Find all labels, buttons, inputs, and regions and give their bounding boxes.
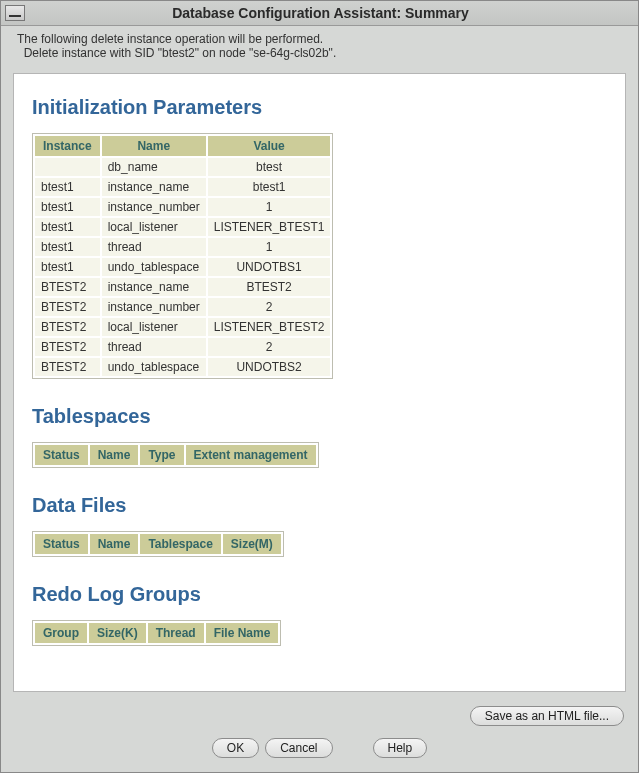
cell-value: btest1 [208, 178, 331, 196]
cell-instance: btest1 [35, 258, 100, 276]
cell-name: undo_tablespace [102, 258, 206, 276]
cell-value: LISTENER_BTEST1 [208, 218, 331, 236]
col-header: Tablespace [140, 534, 220, 554]
cell-value: LISTENER_BTEST2 [208, 318, 331, 336]
heading-init-params: Initialization Parameters [32, 96, 607, 119]
cell-name: instance_number [102, 198, 206, 216]
heading-tablespaces: Tablespaces [32, 405, 607, 428]
col-header: Size(M) [223, 534, 281, 554]
cell-name: thread [102, 338, 206, 356]
table-row: BTEST2undo_tablespaceUNDOTBS2 [35, 358, 330, 376]
intro-line-2: Delete instance with SID "btest2" on nod… [17, 46, 626, 60]
table-row: btest1undo_tablespaceUNDOTBS1 [35, 258, 330, 276]
table-row: btest1thread1 [35, 238, 330, 256]
col-header-name: Name [102, 136, 206, 156]
cell-value: btest [208, 158, 331, 176]
cell-name: undo_tablespace [102, 358, 206, 376]
col-header: Name [90, 534, 139, 554]
cell-name: instance_number [102, 298, 206, 316]
window-title: Database Configuration Assistant: Summar… [25, 5, 638, 21]
cell-name: local_listener [102, 318, 206, 336]
cell-instance [35, 158, 100, 176]
dialog-buttons: OK Cancel Help [1, 738, 638, 758]
cell-name: db_name [102, 158, 206, 176]
cell-instance: BTEST2 [35, 338, 100, 356]
content-panel: Initialization Parameters Instance Name … [13, 73, 626, 692]
heading-redolog: Redo Log Groups [32, 583, 607, 606]
help-button[interactable]: Help [373, 738, 428, 758]
cell-instance: BTEST2 [35, 278, 100, 296]
table-row: btest1instance_number1 [35, 198, 330, 216]
table-redolog: Group Size(K) Thread File Name [32, 620, 281, 646]
table-row: BTEST2thread2 [35, 338, 330, 356]
col-header: Group [35, 623, 87, 643]
col-header: Size(K) [89, 623, 146, 643]
table-tablespaces: Status Name Type Extent management [32, 442, 319, 468]
cell-instance: btest1 [35, 178, 100, 196]
cell-name: instance_name [102, 278, 206, 296]
col-header: Status [35, 534, 88, 554]
cell-name: instance_name [102, 178, 206, 196]
cell-name: local_listener [102, 218, 206, 236]
cell-instance: btest1 [35, 238, 100, 256]
ok-button[interactable]: OK [212, 738, 259, 758]
col-header: File Name [206, 623, 279, 643]
table-row: db_namebtest [35, 158, 330, 176]
window-frame: Database Configuration Assistant: Summar… [0, 0, 639, 773]
table-row: btest1instance_namebtest1 [35, 178, 330, 196]
cell-value: UNDOTBS1 [208, 258, 331, 276]
table-datafiles: Status Name Tablespace Size(M) [32, 531, 284, 557]
cell-name: thread [102, 238, 206, 256]
col-header-value: Value [208, 136, 331, 156]
intro-line-1: The following delete instance operation … [17, 32, 626, 46]
minimize-icon[interactable] [5, 5, 25, 21]
heading-datafiles: Data Files [32, 494, 607, 517]
cell-value: 2 [208, 338, 331, 356]
cell-instance: btest1 [35, 218, 100, 236]
cell-value: 1 [208, 238, 331, 256]
cell-instance: btest1 [35, 198, 100, 216]
intro-text: The following delete instance operation … [1, 26, 638, 64]
col-header: Extent management [186, 445, 316, 465]
col-header-instance: Instance [35, 136, 100, 156]
cell-instance: BTEST2 [35, 318, 100, 336]
cancel-button[interactable]: Cancel [265, 738, 332, 758]
col-header: Type [140, 445, 183, 465]
cell-instance: BTEST2 [35, 358, 100, 376]
cell-value: BTEST2 [208, 278, 331, 296]
col-header: Name [90, 445, 139, 465]
cell-value: 1 [208, 198, 331, 216]
col-header: Status [35, 445, 88, 465]
table-row: BTEST2local_listenerLISTENER_BTEST2 [35, 318, 330, 336]
col-header: Thread [148, 623, 204, 643]
titlebar: Database Configuration Assistant: Summar… [1, 1, 638, 26]
save-html-button[interactable]: Save as an HTML file... [470, 706, 624, 726]
cell-value: 2 [208, 298, 331, 316]
cell-value: UNDOTBS2 [208, 358, 331, 376]
table-row: btest1local_listenerLISTENER_BTEST1 [35, 218, 330, 236]
table-row: BTEST2instance_number2 [35, 298, 330, 316]
table-init-params: Instance Name Value db_namebtestbtest1in… [32, 133, 333, 379]
table-row: BTEST2instance_nameBTEST2 [35, 278, 330, 296]
cell-instance: BTEST2 [35, 298, 100, 316]
